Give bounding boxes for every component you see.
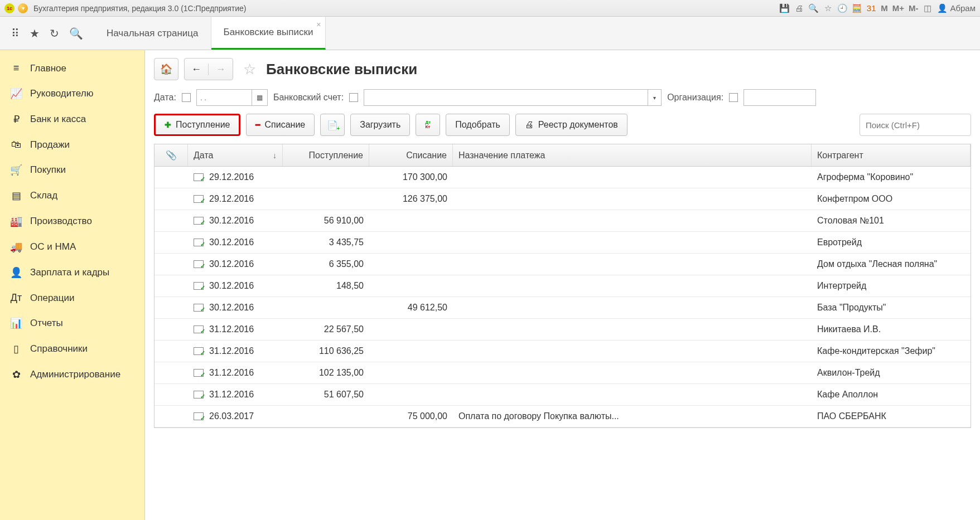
calculator-icon[interactable]: 🧮: [852, 3, 862, 13]
col-counterparty[interactable]: Контрагент: [812, 144, 971, 166]
expand-icon[interactable]: ▾: [18, 3, 28, 13]
sidebar-item-label: Зарплата и кадры: [30, 267, 109, 278]
table-row[interactable]: 31.12.2016110 636,25Кафе-кондитерская "З…: [155, 341, 971, 362]
writeoff-button[interactable]: ━ Списание: [246, 114, 315, 136]
apps-grid-icon[interactable]: ⠿: [11, 27, 20, 40]
sidebar: ≡Главное📈Руководителю₽Банк и касса🛍Прода…: [0, 50, 145, 520]
user-name: Абрам: [950, 3, 976, 13]
cell-counterparty: ПАО СБЕРБАНК: [812, 411, 971, 421]
app-title: Бухгалтерия предприятия, редакция 3.0 (1…: [33, 4, 247, 13]
registry-button[interactable]: 🖨 Реестр документов: [515, 114, 627, 136]
cell-counterparty: Дом отдыха "Лесная поляна": [812, 259, 971, 269]
account-input[interactable]: [364, 89, 648, 106]
sidebar-item-5[interactable]: ▤Склад: [0, 183, 144, 208]
sidebar-item-7[interactable]: 🚚ОС и НМА: [0, 234, 144, 260]
cell-date: 31.12.2016: [188, 324, 283, 334]
dtkt-button[interactable]: ДтКт: [416, 114, 440, 136]
sidebar-item-2[interactable]: ₽Банк и касса: [0, 106, 144, 132]
sidebar-item-12[interactable]: ✿Администрирование: [0, 362, 144, 387]
document-posted-icon: [194, 391, 204, 398]
tab-home[interactable]: Начальная страница: [94, 17, 211, 50]
col-attachment[interactable]: 📎: [155, 144, 188, 166]
account-dropdown-icon[interactable]: ▾: [648, 89, 662, 106]
sidebar-item-4[interactable]: 🛒Покупки: [0, 157, 144, 183]
cell-counterparty: Конфетпром ООО: [812, 194, 971, 204]
sidebar-item-8[interactable]: 👤Зарплата и кадры: [0, 260, 144, 285]
tab-bank-statements[interactable]: Банковские выписки ×: [211, 17, 326, 50]
document-posted-icon: [194, 369, 204, 377]
table-row[interactable]: 30.12.201656 910,00Столовая №101: [155, 210, 971, 232]
minus-icon: ━: [255, 120, 260, 129]
memory-mminus-button[interactable]: M-: [909, 3, 919, 13]
table-row[interactable]: 31.12.201651 607,50Кафе Аполлон: [155, 384, 971, 406]
pick-button[interactable]: Подобрать: [446, 114, 510, 136]
favorite-star-icon[interactable]: ☆: [823, 3, 833, 13]
memory-mplus-button[interactable]: M+: [892, 3, 904, 13]
sidebar-item-label: Банк и касса: [30, 114, 86, 125]
cell-counterparty: Евротрейд: [812, 237, 971, 247]
org-input[interactable]: [744, 89, 816, 106]
memory-m-button[interactable]: M: [881, 3, 888, 13]
star-icon[interactable]: ★: [30, 27, 40, 40]
history-nav-icon[interactable]: ↻: [50, 27, 59, 40]
calendar-icon[interactable]: 31: [866, 3, 876, 13]
cell-date: 30.12.2016: [188, 303, 283, 313]
search-icon[interactable]: 🔍: [808, 3, 818, 13]
sidebar-icon: ▯: [10, 343, 22, 355]
cell-receipt: 6 355,00: [283, 259, 369, 269]
create-based-on-button[interactable]: 📄+: [320, 114, 345, 136]
sidebar-item-label: Продажи: [30, 139, 70, 150]
sidebar-icon: 🛍: [10, 139, 22, 150]
sidebar-item-3[interactable]: 🛍Продажи: [0, 132, 144, 157]
receipt-label: Поступление: [176, 120, 230, 130]
cell-counterparty: Столовая №101: [812, 216, 971, 226]
table-row[interactable]: 29.12.2016170 300,00Агроферма "Коровино": [155, 167, 971, 188]
sidebar-item-0[interactable]: ≡Главное: [0, 56, 144, 81]
sidebar-item-11[interactable]: ▯Справочники: [0, 336, 144, 362]
sidebar-item-9[interactable]: ДтОперации: [0, 285, 144, 310]
sidebar-item-1[interactable]: 📈Руководителю: [0, 81, 144, 106]
cell-writeoff: 170 300,00: [369, 172, 453, 182]
table-row[interactable]: 31.12.201622 567,50Никитаева И.В.: [155, 319, 971, 341]
forward-button[interactable]: →: [209, 64, 233, 75]
search-global-icon[interactable]: 🔍: [69, 27, 83, 40]
account-checkbox[interactable]: [349, 93, 358, 102]
table-row[interactable]: 26.03.201775 000,00Оплата по договору По…: [155, 406, 971, 427]
calendar-picker-icon[interactable]: ▦: [252, 89, 268, 106]
sidebar-item-label: Администрирование: [30, 369, 120, 380]
home-button[interactable]: 🏠: [154, 58, 178, 80]
date-input[interactable]: [196, 89, 252, 106]
col-purpose[interactable]: Назначение платежа: [453, 144, 812, 166]
sidebar-item-10[interactable]: 📊Отчеты: [0, 310, 144, 336]
save-icon[interactable]: 💾: [779, 3, 789, 13]
cell-counterparty: База "Продукты": [812, 303, 971, 313]
search-input[interactable]: [860, 114, 971, 136]
print-icon[interactable]: 🖨: [794, 3, 804, 13]
table-row[interactable]: 29.12.2016126 375,00Конфетпром ООО: [155, 188, 971, 210]
panels-icon[interactable]: ◫: [923, 3, 933, 13]
col-writeoff[interactable]: Списание: [369, 144, 453, 166]
page-title: Банковские выписки: [266, 61, 417, 78]
table-row[interactable]: 30.12.201649 612,50База "Продукты": [155, 297, 971, 319]
cell-date: 31.12.2016: [188, 346, 283, 356]
sidebar-item-6[interactable]: 🏭Производство: [0, 208, 144, 234]
back-button[interactable]: ←: [185, 64, 209, 75]
history-icon[interactable]: 🕘: [837, 3, 847, 13]
date-checkbox[interactable]: [182, 93, 191, 102]
table-row[interactable]: 30.12.20166 355,00Дом отдыха "Лесная пол…: [155, 254, 971, 275]
favorite-page-icon[interactable]: ☆: [243, 61, 256, 78]
titlebar: 1c ▾ Бухгалтерия предприятия, редакция 3…: [0, 0, 980, 17]
document-posted-icon: [194, 173, 204, 181]
org-checkbox[interactable]: [729, 93, 738, 102]
receipt-button[interactable]: ✚ Поступление: [154, 114, 240, 136]
col-receipt[interactable]: Поступление: [283, 144, 369, 166]
load-button[interactable]: Загрузить: [350, 114, 410, 136]
load-label: Загрузить: [360, 120, 400, 130]
sort-asc-icon: ↓: [273, 151, 277, 160]
col-date[interactable]: Дата ↓: [188, 144, 283, 166]
table-row[interactable]: 31.12.2016102 135,00Аквилон-Трейд: [155, 362, 971, 384]
table-row[interactable]: 30.12.2016148,50Интертрейд: [155, 275, 971, 297]
close-icon[interactable]: ×: [316, 20, 321, 29]
user-menu[interactable]: 👤 Абрам: [937, 3, 976, 13]
table-row[interactable]: 30.12.20163 435,75Евротрейд: [155, 232, 971, 254]
